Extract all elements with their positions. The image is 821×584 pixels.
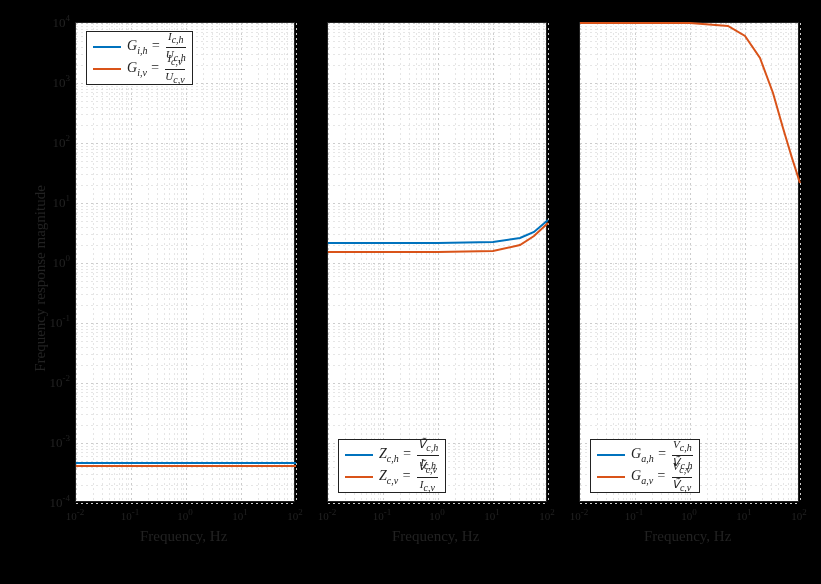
legend-swatch <box>93 68 121 70</box>
legend-swatch <box>597 476 625 478</box>
figure: Frequency response magnitude Gi,h = Ic,h… <box>0 0 821 584</box>
legend-panel-1: Gi,h = Ic,hUc,h Gi,v = Ic,vUc,v <box>86 31 193 85</box>
x-tick-label: 100 <box>681 507 697 522</box>
y-tick-label: 10-1 <box>50 313 71 330</box>
y-tick-label: 104 <box>53 13 71 30</box>
curves-panel-1 <box>76 23 296 503</box>
legend-label: Zc,v = Ṽc,vIc,v <box>379 461 438 492</box>
legend-panel-2: Zc,h = Ṽc,hIc,h Zc,v = Ṽc,vIc,v <box>338 439 446 493</box>
y-tick-label: 102 <box>53 133 71 150</box>
series-Zcv <box>328 223 548 252</box>
legend-panel-3: Ga,h = Vc,hṼc,h Ga,v = Vc,vṼc,v <box>590 439 700 493</box>
legend-swatch <box>345 476 373 478</box>
curves-panel-2 <box>328 23 548 503</box>
x-ticks-panel-3: 10-210-1100101102 <box>579 504 799 524</box>
x-tick-label: 10-2 <box>318 507 337 522</box>
x-tick-label: 10-1 <box>625 507 644 522</box>
x-tick-label: 10-1 <box>121 507 140 522</box>
x-tick-label: 10-2 <box>66 507 85 522</box>
y-tick-label: 10-2 <box>50 373 71 390</box>
x-axis-label-2: Frequency, Hz <box>392 528 479 545</box>
legend-label: Gi,v = Ic,vUc,v <box>127 53 185 84</box>
x-tick-label: 102 <box>287 507 303 522</box>
plot-panel-2: Zc,h = Ṽc,hIc,h Zc,v = Ṽc,vIc,v <box>327 22 547 502</box>
legend-item-Giv: Gi,v = Ic,vUc,v <box>93 58 186 80</box>
legend-swatch <box>597 454 625 456</box>
x-tick-label: 101 <box>736 507 752 522</box>
x-tick-label: 102 <box>791 507 807 522</box>
x-tick-label: 102 <box>539 507 555 522</box>
x-tick-label: 101 <box>484 507 500 522</box>
curves-panel-3 <box>580 23 800 503</box>
legend-item-Gav: Ga,v = Vc,vṼc,v <box>597 466 693 488</box>
x-tick-label: 100 <box>429 507 445 522</box>
x-axis-label-3: Frequency, Hz <box>644 528 731 545</box>
x-axis-label-1: Frequency, Hz <box>140 528 227 545</box>
x-tick-label: 100 <box>177 507 193 522</box>
legend-swatch <box>345 454 373 456</box>
x-ticks-panel-2: 10-210-1100101102 <box>327 504 547 524</box>
x-ticks-panel-1: 10-210-1100101102 <box>75 504 295 524</box>
plot-panel-1: Gi,h = Ic,hUc,h Gi,v = Ic,vUc,v <box>75 22 295 502</box>
x-tick-label: 10-2 <box>570 507 589 522</box>
y-ticks-panel-1: 10-410-310-210-1100101102103104 <box>0 22 73 502</box>
y-tick-label: 103 <box>53 73 71 90</box>
y-tick-label: 101 <box>53 193 71 210</box>
y-tick-label: 10-3 <box>50 433 71 450</box>
plot-panel-3: Ga,h = Vc,hṼc,h Ga,v = Vc,vṼc,v <box>579 22 799 502</box>
series-Gav <box>580 23 800 183</box>
x-tick-label: 101 <box>232 507 248 522</box>
y-tick-label: 100 <box>53 253 71 270</box>
legend-item-Zcv: Zc,v = Ṽc,vIc,v <box>345 466 439 488</box>
series-Zch <box>328 220 548 243</box>
legend-swatch <box>93 46 121 48</box>
x-tick-label: 10-1 <box>373 507 392 522</box>
legend-label: Ga,v = Vc,vṼc,v <box>631 461 692 492</box>
